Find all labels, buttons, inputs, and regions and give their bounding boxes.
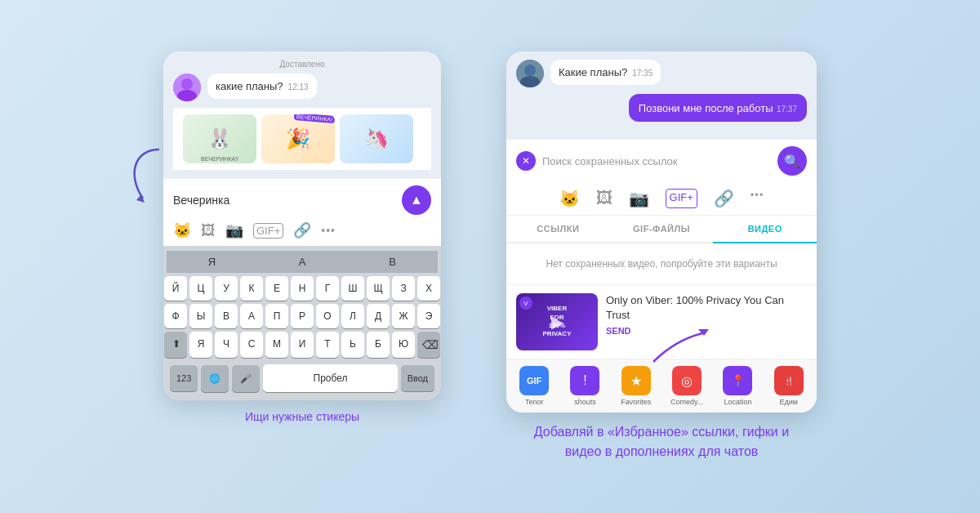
stickers-row: 🐰 ВЕЧЕРИНКА!! 🎉 ВЕЧЕРИНКА! 🦄 [173,108,431,170]
msg-time-right-2: 17:37 [777,105,797,114]
kb-row-3: ⬆ Я Ч С М И Т Ь Б Ю ⌫ [167,332,438,358]
sticker-1[interactable]: 🐰 ВЕЧЕРИНКА!! [183,114,256,163]
key-shch[interactable]: Щ [367,276,390,301]
ext-location[interactable]: 📍 Location [713,366,762,406]
key-m[interactable]: М [265,332,288,358]
key-soft[interactable]: Ь [341,332,364,358]
key-j[interactable]: Й [164,276,187,301]
comedy-label: Comedy... [670,398,703,406]
edim-icon: 🍴 [774,366,804,395]
key-l[interactable]: Л [341,304,364,328]
sticker-2[interactable]: 🎉 ВЕЧЕРИНКА! [261,114,335,163]
key-e[interactable]: Э [417,304,440,328]
phone-screen-left: Доставлено какие планы? 12:13 [163,51,441,400]
key-ya[interactable]: Я [189,332,212,358]
key-t[interactable]: Т [316,332,339,358]
ext-tenor[interactable]: GIF Tenor [510,366,559,406]
key-ye[interactable]: Е [265,276,288,301]
key-o[interactable]: О [316,304,339,328]
key-ch[interactable]: Ч [215,332,238,358]
key-space[interactable]: Пробел [263,364,397,392]
key-p[interactable]: П [265,304,288,328]
arrow-left-annotation [118,141,167,210]
key-i[interactable]: И [291,332,314,358]
sticker-badge: ВЕЧЕРИНКА! [294,114,335,123]
search-submit-button[interactable]: 🔍 [777,146,807,176]
message-bubble-left: какие планы? 12:13 [207,74,317,99]
phone-left: Доставлено какие планы? 12:13 [163,51,441,423]
key-f[interactable]: Ф [164,304,187,328]
lang-key-a[interactable]: А [257,251,348,273]
gif-icon[interactable]: GIF+ [253,223,283,239]
input-area-left: Вечеринка ▲ 🐱 🖼 📷 GIF+ 🔗 ••• [163,178,441,246]
kb-row-2: Ф Ы В А П Р О Л Д Ж Э [167,304,438,328]
more-icon[interactable]: ••• [321,224,336,237]
delivered-label: Доставлено [173,60,431,69]
kb-row-1: Й Ц У К Е Н Г Ш Щ З Х [167,276,438,301]
sticker-icon[interactable]: 🐱 [173,221,191,239]
ext-shouts[interactable]: ! shouts [560,366,609,406]
more-type-icon[interactable]: ••• [751,189,764,208]
search-input[interactable]: Поиск сохраненных ссылок [542,155,771,167]
svg-marker-0 [136,194,145,203]
typed-text[interactable]: Вечеринка [173,194,402,207]
msg-bubble-purple: Позвони мне после работы 17:37 [629,94,807,122]
lang-key-v[interactable]: В [347,251,438,273]
key-k[interactable]: К [240,276,263,301]
key-backspace[interactable]: ⌫ [417,332,440,358]
caption-left: Ищи нужные стикеры [245,410,359,423]
tabs-bar: ССЫЛКИ GIF-ФАЙЛЫ ВИДЕО [506,216,817,243]
sticker-type-icon[interactable]: 🐱 [559,189,580,208]
key-yu[interactable]: Ю [392,332,415,358]
key-h[interactable]: Х [417,276,440,301]
key-r[interactable]: Р [291,304,314,328]
key-mic[interactable]: 🎤 [232,365,260,392]
tenor-label: Tenor [525,398,544,406]
key-b[interactable]: Б [367,332,390,358]
photo-icon[interactable]: 🖼 [201,222,216,239]
send-button-left[interactable]: ▲ [402,185,431,215]
key-a[interactable]: А [240,304,263,328]
svg-point-2 [181,78,193,90]
key-shift[interactable]: ⬆ [164,332,187,358]
photo-type-icon[interactable]: 🖼 [596,189,612,208]
sticker-3[interactable]: 🦄 [340,114,413,163]
key-enter[interactable]: Ввод [401,365,434,391]
lang-key-ya[interactable]: Я [167,251,257,273]
sticker-label-1: ВЕЧЕРИНКА!! [201,156,238,162]
key-ts[interactable]: Ц [189,276,212,301]
camera-icon[interactable]: 📷 [225,221,243,239]
key-z[interactable]: З [392,276,415,301]
tab-video[interactable]: ВИДЕО [713,216,817,243]
link-type-icon[interactable]: 🔗 [714,189,734,208]
key-123[interactable]: 123 [170,365,198,391]
message-time-left: 12:13 [288,83,309,91]
msg-time-right-1: 17:35 [632,69,653,78]
location-icon: 📍 [723,366,752,395]
key-zh[interactable]: Ж [392,304,415,328]
video-thumbnail[interactable]: V VIBERFOR100%PRIVACY ▶ [516,293,598,350]
key-v[interactable]: В [215,304,238,328]
msg-text-right-2: Позвони мне после работы [639,102,773,114]
chat-area-left: Доставлено какие планы? 12:13 [163,51,441,178]
link-icon[interactable]: 🔗 [293,221,311,239]
tab-links[interactable]: ССЫЛКИ [506,216,610,242]
key-u[interactable]: У [215,276,238,301]
key-globe[interactable]: 🌐 [201,365,229,392]
gif-type-icon[interactable]: GIF+ [666,189,697,208]
svg-point-5 [524,65,536,76]
search-close-button[interactable]: ✕ [516,151,536,171]
key-sh[interactable]: Ш [341,276,364,301]
ext-edim[interactable]: 🍴 Едим [764,366,813,406]
key-y[interactable]: Ы [189,304,212,328]
key-d[interactable]: Д [367,304,390,328]
camera-type-icon[interactable]: 📷 [629,189,649,208]
key-g[interactable]: Г [316,276,339,301]
edim-label: Едим [780,398,798,406]
msg-row-right-2: Позвони мне после работы 17:37 [516,94,807,128]
media-type-bar: 🐱 🖼 📷 GIF+ 🔗 ••• [506,182,817,216]
key-n[interactable]: Н [291,276,314,301]
lang-switcher: Я А В [167,251,438,273]
tab-gif[interactable]: GIF-ФАЙЛЫ [610,216,714,242]
key-s[interactable]: С [240,332,263,358]
